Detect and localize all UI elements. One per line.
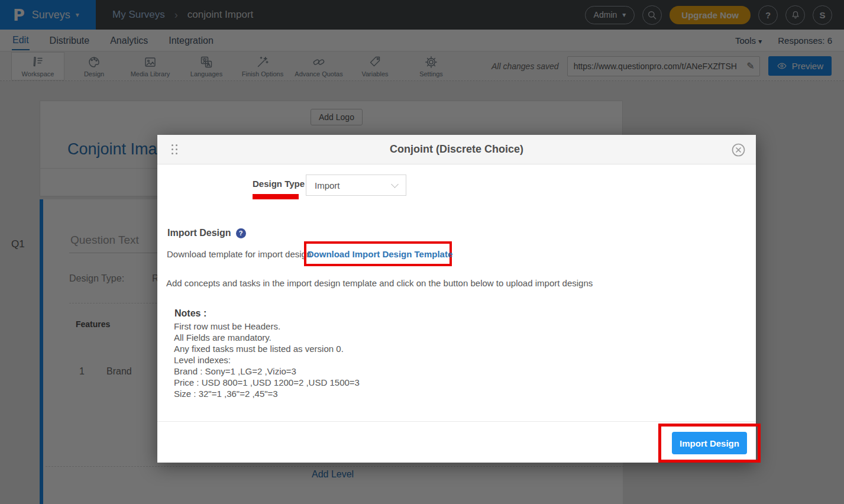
modal-header: Conjoint (Discrete Choice) (157, 135, 756, 164)
note-line: Any fixed tasks must be listed as versio… (174, 343, 360, 354)
close-icon (732, 143, 745, 157)
design-type-selected-value: Import (315, 180, 340, 190)
modal-title: Conjoint (Discrete Choice) (390, 143, 523, 156)
modal-design-type-label: Design Type (253, 179, 305, 189)
close-button[interactable] (732, 143, 745, 157)
conjoint-modal: Conjoint (Discrete Choice) Design Type I… (157, 135, 756, 463)
note-line: Level indexes: (174, 354, 360, 366)
chevron-down-icon (391, 180, 399, 188)
annotation-box-download: Download Import Design Template (304, 241, 452, 266)
import-design-heading-text: Import Design (167, 228, 231, 238)
help-circle-icon[interactable]: ? (236, 228, 246, 238)
note-line: Size : 32"=1 ,36"=2 ,45"=3 (174, 388, 360, 399)
download-template-link[interactable]: Download Import Design Template (308, 249, 453, 259)
annotation-box-import: Import Design (658, 424, 761, 463)
note-line: Brand : Sony=1 ,LG=2 ,Vizio=3 (174, 366, 360, 377)
note-line: First row must be Headers. (174, 321, 360, 332)
download-hint: Download template for import design (167, 249, 311, 259)
drag-handle[interactable] (172, 144, 177, 154)
note-line: All Fields are mandatory. (174, 332, 360, 343)
notes-heading: Notes : (174, 308, 206, 319)
import-design-button[interactable]: Import Design (672, 432, 747, 454)
annotation-underline-design-type (253, 194, 299, 199)
design-type-select[interactable]: Import (306, 175, 406, 196)
import-design-heading: Import Design ? (167, 228, 246, 238)
note-line: Price : USD 800=1 ,USD 1200=2 ,USD 1500=… (174, 377, 360, 388)
app-window: P Surveys ▾ My Surveys › conjoint Import… (0, 0, 844, 504)
notes-list: First row must be Headers. All Fields ar… (174, 321, 360, 399)
divider (157, 421, 756, 422)
import-instructions: Add concepts and tasks in the import des… (166, 278, 593, 288)
